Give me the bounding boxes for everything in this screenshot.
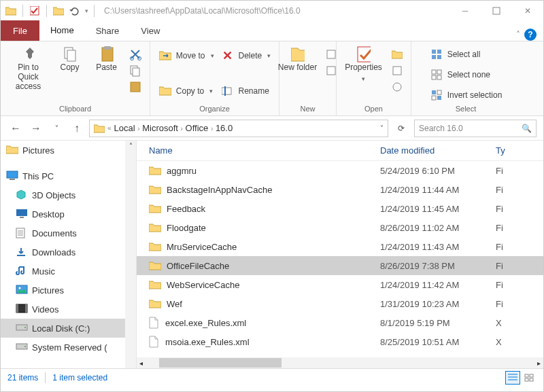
file-date: 5/24/2019 6:10 PM: [380, 166, 496, 176]
horizontal-scrollbar[interactable]: ◂ ▸: [137, 357, 543, 368]
tree-item[interactable]: Local Disk (C:): [1, 319, 136, 338]
undo-icon[interactable]: [69, 5, 81, 17]
tree-item-label: This PC: [22, 171, 54, 181]
properties-icon: [357, 48, 371, 60]
chevron-right-icon[interactable]: ›: [181, 125, 183, 132]
column-name[interactable]: Name: [137, 145, 380, 156]
tree-scrollbar[interactable]: ˄: [125, 141, 136, 368]
tree-item[interactable]: Downloads: [1, 243, 136, 262]
tree-item[interactable]: System Reserved (: [1, 338, 136, 357]
tree-item-label: Desktop: [32, 209, 65, 219]
new-folder-button[interactable]: New folder: [278, 44, 318, 73]
forward-button[interactable]: →: [28, 120, 44, 137]
tree-item-label: Pictures: [32, 285, 64, 296]
properties-button[interactable]: Properties ▾: [344, 44, 384, 82]
file-row[interactable]: MruServiceCache 1/24/2019 11:43 AM Fi: [137, 237, 543, 256]
maximize-button[interactable]: [481, 1, 512, 21]
new-item-icon[interactable]: [324, 48, 338, 60]
ribbon-collapse-icon[interactable]: ˄: [516, 30, 520, 39]
tree-item[interactable]: This PC: [1, 166, 136, 185]
file-type: Fi: [496, 185, 516, 195]
file-row[interactable]: excel.exe_Rules.xml 8/1/2019 5:19 PM X: [137, 313, 543, 332]
paste-button[interactable]: Paste: [92, 44, 122, 73]
scroll-right-icon[interactable]: ▸: [534, 359, 543, 367]
details-view-button[interactable]: [505, 371, 520, 385]
breadcrumb-segment[interactable]: Office: [186, 123, 209, 133]
address-dropdown-icon[interactable]: ˅: [380, 124, 384, 132]
refresh-button[interactable]: ⟳: [392, 120, 410, 137]
copy-path-icon[interactable]: [129, 65, 142, 77]
pin-to-quick-access-button[interactable]: Pin to Quick access: [9, 44, 48, 91]
breadcrumb-segment[interactable]: 16.0: [216, 123, 233, 133]
rename-button[interactable]: Rename: [221, 84, 271, 99]
file-row[interactable]: BackstageInAppNavCache 1/24/2019 11:44 A…: [137, 180, 543, 199]
copy-to-button[interactable]: Copy to: [158, 84, 214, 99]
tree-item[interactable]: Videos: [1, 300, 136, 319]
column-date[interactable]: Date modified: [380, 145, 496, 156]
tree-item[interactable]: Music: [1, 262, 136, 281]
svg-rect-11: [222, 88, 231, 94]
tab-share[interactable]: Share: [85, 20, 131, 41]
file-row[interactable]: aggmru 5/24/2019 6:10 PM Fi: [137, 161, 543, 180]
large-icons-view-button[interactable]: [522, 371, 537, 385]
open-icon[interactable]: [390, 48, 404, 60]
easy-access-icon[interactable]: [324, 65, 338, 77]
tree-item[interactable]: Pictures: [1, 281, 136, 300]
tree-item[interactable]: 3D Objects: [1, 185, 136, 204]
chevron-left-icon[interactable]: «: [107, 124, 112, 132]
up-button[interactable]: ↑: [69, 120, 85, 137]
tab-view[interactable]: View: [130, 20, 171, 41]
tree-item-label: 3D Objects: [32, 190, 75, 200]
chevron-right-icon[interactable]: ›: [137, 125, 139, 132]
breadcrumb-segment[interactable]: Local: [114, 123, 135, 133]
address-bar[interactable]: « Local › Microsoft › Office › 16.0 ˅: [89, 120, 388, 137]
help-icon[interactable]: ?: [524, 29, 537, 41]
edit-icon[interactable]: [390, 65, 404, 77]
qat-dropdown-icon[interactable]: ▾: [85, 7, 88, 14]
disk-icon: [16, 342, 28, 353]
column-type[interactable]: Ty: [496, 145, 516, 156]
tab-home[interactable]: Home: [39, 20, 85, 41]
file-row[interactable]: Feedback 1/24/2019 11:45 AM Fi: [137, 199, 543, 218]
file-row[interactable]: OfficeFileCache 8/26/2019 7:38 PM Fi: [137, 256, 543, 275]
tree-item[interactable]: Desktop: [1, 204, 136, 224]
history-icon[interactable]: [390, 81, 404, 93]
search-box[interactable]: Search 16.0 🔍: [414, 120, 537, 137]
select-none-button[interactable]: Select none: [430, 67, 503, 82]
invert-selection-button[interactable]: Invert selection: [430, 88, 503, 103]
scroll-thumb[interactable]: [159, 358, 282, 368]
properties-check-icon[interactable]: [29, 5, 41, 17]
recent-dropdown-icon[interactable]: ˅: [48, 120, 65, 137]
paste-shortcut-icon[interactable]: [129, 81, 142, 93]
tab-file[interactable]: File: [1, 20, 39, 41]
delete-button[interactable]: ✕Delete: [221, 48, 271, 63]
select-all-button[interactable]: Select all: [430, 47, 503, 62]
scroll-left-icon[interactable]: ◂: [137, 359, 146, 367]
navigation-tree[interactable]: PicturesThis PC3D ObjectsDesktopDocument…: [1, 141, 137, 368]
chevron-right-icon[interactable]: ›: [211, 125, 213, 132]
column-headers[interactable]: Name Date modified Ty: [137, 141, 543, 161]
folder-icon: [149, 166, 161, 175]
close-button[interactable]: ✕: [512, 1, 543, 21]
copy-button[interactable]: Copy: [55, 44, 85, 73]
move-to-button[interactable]: Move to: [158, 48, 214, 63]
minimize-button[interactable]: ─: [449, 1, 481, 21]
cut-icon[interactable]: [129, 48, 142, 60]
file-date: 8/26/2019 7:38 PM: [380, 261, 496, 271]
main-area: PicturesThis PC3D ObjectsDesktopDocument…: [1, 141, 543, 368]
file-row[interactable]: Floodgate 8/26/2019 11:02 AM Fi: [137, 218, 543, 237]
back-button[interactable]: ←: [7, 120, 24, 137]
svg-point-36: [19, 287, 21, 289]
scroll-up-icon[interactable]: ˄: [129, 141, 133, 149]
tree-item[interactable]: Pictures: [1, 141, 136, 160]
folder-icon[interactable]: [52, 5, 65, 17]
file-name: BackstageInAppNavCache: [167, 185, 272, 195]
file-row[interactable]: msoia.exe_Rules.xml 8/25/2019 10:51 AM X: [137, 332, 543, 351]
navigation-bar: ← → ˅ ↑ « Local › Microsoft › Office › 1…: [1, 116, 543, 141]
copy-to-icon: [158, 85, 172, 97]
breadcrumb-segment[interactable]: Microsoft: [142, 123, 178, 133]
tree-item[interactable]: Documents: [1, 224, 136, 243]
file-row[interactable]: WebServiceCache 1/24/2019 11:42 AM Fi: [137, 275, 543, 294]
file-row[interactable]: Wef 1/31/2019 10:23 AM Fi: [137, 294, 543, 313]
desktop-icon: [16, 209, 28, 219]
